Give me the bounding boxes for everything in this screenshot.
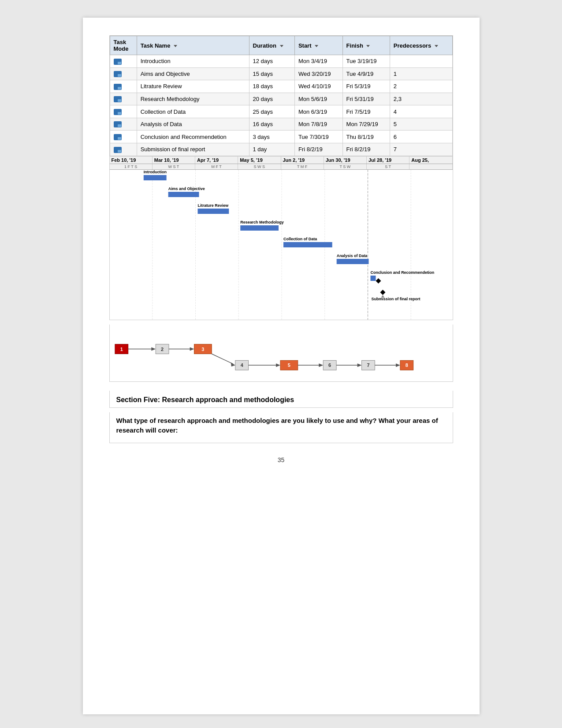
task-mode-cell [110,67,137,80]
task-start-cell: Tue 7/30/19 [294,131,342,143]
label-introduction: Introduction [143,170,166,174]
page-number-text: 35 [278,456,285,463]
task-name-cell: Aims and Objective [137,67,249,80]
label-submission: Submission of final report [371,296,420,301]
task-finish-cell: Tue 3/19/19 [342,55,390,68]
table-row: Research Methodology20 daysMon 5/6/19Fri… [110,93,452,105]
node-8-label: 8 [405,362,408,368]
node-6-label: 6 [328,362,331,368]
gantt-chart: Feb 10, '19Mar 10, '19Apr 7, '19May 5, '… [109,157,453,320]
gantt-table-container: TaskMode Task Name Duration Start Finish [109,35,453,157]
task-finish-cell: Tue 4/9/19 [342,67,390,80]
gantt-days-row: 1 F T SW S TM F TS W ST M FT S WS T [110,164,453,170]
col-header-task-mode: TaskMode [110,36,137,55]
arrow-3-4 [212,354,233,364]
task-duration-cell: 25 days [249,105,294,118]
task-finish-cell: Fri 5/3/19 [342,80,390,93]
gantt-period-label: Jun 2, '19 [281,157,324,164]
task-mode-cell [110,93,137,105]
table-row: Introduction12 daysMon 3/4/19Tue 3/19/19 [110,55,452,68]
bar-conclusion [370,276,376,281]
col-header-duration: Duration [249,36,294,55]
task-name-cell: Introduction [137,55,249,68]
task-mode-icon [114,84,122,90]
task-duration-cell: 18 days [249,80,294,93]
col-header-predecessors: Predecessors [390,36,452,55]
label-analysis: Analysis of Data [336,253,368,258]
task-pred-cell [390,55,452,68]
task-mode-icon [114,134,122,140]
task-mode-cell [110,105,137,118]
task-name-cell: Collection of Data [137,105,249,118]
table-row: Collection of Data25 daysMon 6/3/19Fri 7… [110,105,452,118]
task-start-cell: Mon 5/6/19 [294,93,342,105]
gantt-day-cell: W S T [153,164,195,169]
arrowhead-7-8 [395,363,400,367]
task-duration-cell: 1 day [249,143,294,156]
filter-arrow-name [174,45,177,47]
gantt-day-cell: S W S [238,164,281,169]
task-start-cell: Mon 7/8/19 [294,118,342,131]
task-duration-cell: 16 days [249,118,294,131]
task-mode-cell [110,118,137,131]
node-4-label: 4 [240,362,243,368]
task-start-cell: Fri 8/2/19 [294,143,342,156]
label-aims: Aims and Objective [168,186,205,190]
table-row: Conclusion and Recommendetion3 daysTue 7… [110,131,452,143]
task-duration-cell: 20 days [249,93,294,105]
task-pred-cell: 2 [390,80,452,93]
arrowhead-5-6 [319,363,323,367]
task-start-cell: Mon 3/4/19 [294,55,342,68]
network-diagram: 1 2 3 4 5 [109,325,453,382]
task-pred-cell: 1 [390,67,452,80]
arrowhead-4-5 [276,363,280,367]
task-pred-cell: 7 [390,143,452,156]
node-5-label: 5 [287,362,290,368]
task-name-cell: Conclusion and Recommendetion [137,131,249,143]
task-name-cell: Submission of final report [137,143,249,156]
gantt-period-label: Feb 10, '19 [110,157,153,164]
table-row: Aims and Objective15 daysWed 3/20/19Tue … [110,67,452,80]
gantt-day-cell: T S W [324,164,367,169]
table-row: Litrature Review18 daysWed 4/10/19Fri 5/… [110,80,452,93]
task-finish-cell: Fri 5/31/19 [342,93,390,105]
task-mode-icon [114,121,122,127]
bar-introduction [143,175,166,180]
arrowhead-1-2 [151,347,156,351]
gantt-period-label: May 5, '19 [238,157,281,164]
gantt-day-cell [409,164,452,169]
gantt-day-cell: S T [367,164,409,169]
task-finish-cell: Thu 8/1/19 [342,131,390,143]
gantt-day-cell: 1 F T S [110,164,153,169]
node-1-label: 1 [120,346,123,351]
table-row: Submission of final report1 dayFri 8/2/1… [110,143,452,156]
arrowhead-3-4 [231,362,235,366]
node-2-label: 2 [161,346,164,351]
task-pred-cell: 2,3 [390,93,452,105]
gantt-period-label: Mar 10, '19 [153,157,195,164]
arrowhead-2-3 [190,347,194,351]
task-duration-cell: 15 days [249,67,294,80]
task-name-cell: Research Methodology [137,93,249,105]
task-mode-cell [110,131,137,143]
task-finish-cell: Fri 7/5/19 [342,105,390,118]
gantt-period-label: Jul 28, '19 [367,157,409,164]
task-start-cell: Mon 6/3/19 [294,105,342,118]
filter-arrow-finish [366,45,370,47]
gantt-period-label: Aug 25, [409,157,452,164]
filter-arrow-start [315,45,318,47]
col-header-task-name: Task Name [137,36,249,55]
gantt-period-label: Apr 7, '19 [195,157,238,164]
task-pred-cell: 6 [390,131,452,143]
task-start-cell: Wed 4/10/19 [294,80,342,93]
bar-research [240,225,279,231]
filter-arrow-pred [435,45,438,47]
label-collection: Collection of Data [283,236,317,241]
bar-analysis [336,259,368,264]
section-body-text: What type of research approach and metho… [116,417,438,434]
node-3-label: 3 [201,346,204,351]
task-mode-icon [114,59,122,65]
task-name-cell: Litrature Review [137,80,249,93]
task-mode-cell [110,55,137,68]
task-finish-cell: Fri 8/2/19 [342,143,390,156]
